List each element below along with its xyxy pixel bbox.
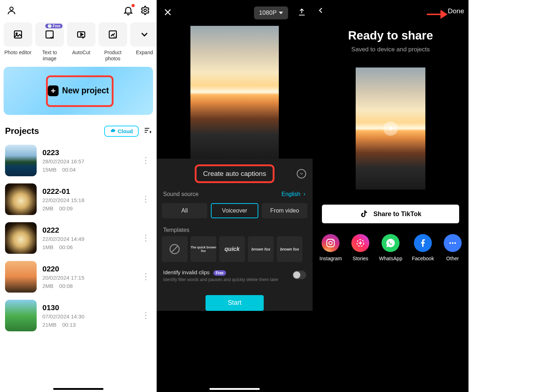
- project-name: 0130: [42, 303, 134, 312]
- home-indicator: [53, 388, 103, 390]
- project-thumbnail: [5, 183, 37, 215]
- segment-voiceover[interactable]: Voiceover: [211, 203, 258, 218]
- new-project-button[interactable]: New project: [4, 67, 153, 115]
- svg-point-15: [454, 242, 456, 244]
- project-thumbnail: [5, 145, 37, 176]
- project-date: 20/02/2024 17:15: [42, 275, 134, 281]
- share-whatsapp[interactable]: WhatsApp: [379, 234, 402, 261]
- tool-label: Photo editor: [4, 50, 32, 56]
- tool-2[interactable]: [67, 22, 96, 47]
- project-item[interactable]: 0220 20/02/2024 17:15 2MB00:08 ⋯: [5, 257, 152, 296]
- tool-0[interactable]: [4, 22, 32, 47]
- done-button[interactable]: Done: [448, 7, 464, 15]
- whatsapp-icon: [382, 234, 400, 252]
- cloud-button[interactable]: Cloud: [104, 126, 139, 137]
- other-icon: [444, 234, 462, 252]
- share-other[interactable]: Other: [444, 234, 462, 261]
- language-selector[interactable]: English: [282, 191, 306, 197]
- project-meta: 2MB00:08: [42, 283, 134, 289]
- project-menu-icon[interactable]: ⋯: [141, 271, 151, 283]
- share-instagram[interactable]: Instagram: [319, 234, 342, 261]
- project-date: 22/02/2024 14:49: [42, 236, 134, 242]
- tool-label: Expand: [136, 50, 153, 56]
- project-item[interactable]: 0222-01 22/02/2024 15:18 2MB00:09 ⋯: [5, 180, 152, 219]
- share-tiktok-button[interactable]: Share to TikTok: [322, 205, 459, 223]
- start-button[interactable]: Start: [206, 295, 264, 311]
- profile-icon[interactable]: [6, 5, 17, 17]
- project-menu-icon[interactable]: ⋯: [141, 193, 151, 205]
- project-name: 0220: [42, 265, 134, 273]
- free-badge: Free: [213, 270, 226, 276]
- tool-label: AutoCut: [72, 50, 91, 56]
- svg-point-3: [16, 33, 17, 34]
- play-icon[interactable]: [383, 121, 398, 136]
- share-facebook[interactable]: Facebook: [412, 234, 434, 261]
- segment-from-video[interactable]: From video: [262, 203, 308, 218]
- project-menu-icon[interactable]: ⋯: [141, 232, 151, 244]
- highlight-annotation: [46, 75, 114, 107]
- sort-icon[interactable]: [144, 126, 152, 136]
- share-subtitle: Saved to device and projects: [313, 46, 468, 53]
- share-title: Ready to share: [313, 29, 468, 42]
- back-icon[interactable]: [317, 6, 325, 16]
- projects-heading: Projects: [5, 126, 39, 136]
- svg-point-0: [10, 7, 13, 10]
- resolution-dropdown[interactable]: 1080P: [254, 6, 288, 19]
- facebook-icon: [414, 234, 432, 252]
- project-item[interactable]: 0223 28/02/2024 16:57 15MB00:04 ⋯: [5, 141, 152, 180]
- project-date: 07/02/2024 14:30: [42, 313, 134, 319]
- svg-point-11: [332, 240, 333, 241]
- project-thumbnail: [5, 222, 37, 254]
- tool-3[interactable]: AI: [98, 22, 127, 47]
- free-badge: 🕐 Free: [45, 24, 63, 28]
- tool-4[interactable]: [130, 22, 159, 47]
- settings-icon[interactable]: [140, 5, 150, 17]
- project-meta: 1MB00:06: [42, 244, 134, 250]
- project-date: 28/02/2024 16:57: [42, 158, 134, 164]
- svg-text:AI: AI: [113, 35, 116, 39]
- invalid-clips-toggle[interactable]: [292, 271, 306, 279]
- svg-point-13: [449, 242, 451, 244]
- project-item[interactable]: 0222 22/02/2024 14:49 1MB00:06 ⋯: [5, 219, 152, 257]
- caption-template[interactable]: quick: [219, 236, 245, 262]
- project-thumbnail: [5, 300, 37, 331]
- video-preview[interactable]: [190, 26, 279, 159]
- sound-source-label: Sound source: [163, 191, 199, 197]
- segment-all[interactable]: All: [162, 203, 207, 218]
- svg-point-10: [329, 241, 332, 244]
- caption-template[interactable]: brown fox: [277, 236, 303, 262]
- project-thumbnail: [5, 261, 37, 293]
- notifications-icon[interactable]: [123, 5, 134, 17]
- collapse-icon[interactable]: [297, 169, 306, 178]
- home-indicator: [209, 388, 260, 390]
- project-date: 22/02/2024 15:18: [42, 197, 134, 203]
- svg-point-1: [144, 9, 147, 12]
- project-name: 0223: [42, 148, 134, 157]
- project-menu-icon[interactable]: ⋯: [141, 155, 151, 166]
- caption-template[interactable]: The quick brown fox: [190, 236, 216, 262]
- close-icon[interactable]: [163, 8, 172, 18]
- caption-template[interactable]: [162, 236, 188, 262]
- templates-label: Templates: [157, 222, 313, 236]
- arrow-annotation: [427, 10, 448, 20]
- tool-1[interactable]: 🕐 Free: [35, 22, 64, 47]
- svg-rect-2: [14, 31, 22, 38]
- svg-point-14: [452, 242, 453, 244]
- auto-captions-title: Create auto captions: [203, 170, 266, 177]
- project-name: 0222-01: [42, 187, 134, 196]
- project-name: 0222: [42, 226, 134, 234]
- share-stories[interactable]: Stories: [351, 234, 369, 261]
- tool-label: Text to image: [35, 50, 64, 62]
- notification-dot: [131, 4, 135, 7]
- stories-icon: [351, 234, 369, 252]
- project-meta: 2MB00:09: [42, 205, 134, 211]
- project-meta: 21MB00:13: [42, 322, 134, 328]
- export-icon[interactable]: [297, 8, 306, 18]
- instagram-icon: [322, 234, 340, 252]
- invalid-clips-desc: Identify filler words and pauses and qui…: [163, 277, 288, 283]
- invalid-clips-title: Identify invalid clips: [163, 269, 209, 275]
- project-menu-icon[interactable]: ⋯: [141, 310, 151, 321]
- export-preview[interactable]: [356, 67, 425, 190]
- project-item[interactable]: 0130 07/02/2024 14:30 21MB00:13 ⋯: [5, 296, 152, 335]
- caption-template[interactable]: brown fox: [248, 236, 274, 262]
